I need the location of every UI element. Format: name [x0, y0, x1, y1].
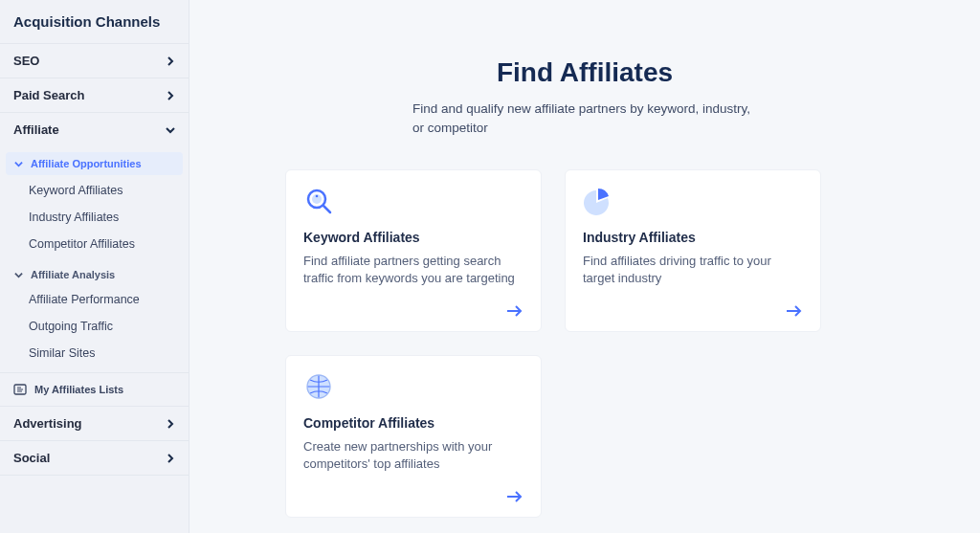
- subnav-link-industry-affiliates[interactable]: Industry Affiliates: [0, 204, 189, 231]
- card-desc: Create new partnerships with your compet…: [303, 438, 523, 480]
- chevron-down-icon: [13, 271, 23, 279]
- arrow-right-icon: [506, 304, 523, 318]
- sidebar-item-label: SEO: [13, 54, 39, 68]
- subnav-label: Affiliate Opportunities: [31, 158, 142, 169]
- chevron-down-icon: [13, 160, 23, 168]
- main-content: Find Affiliates Find and qualify new aff…: [189, 0, 980, 533]
- sidebar-item-label: Advertising: [13, 416, 82, 431]
- sidebar-item-social[interactable]: Social: [0, 440, 189, 476]
- card-title: Industry Affiliates: [583, 230, 803, 245]
- subnav-link-outgoing-traffic[interactable]: Outgoing Traffic: [0, 313, 189, 340]
- affiliate-subnav: Affiliate Opportunities Keyword Affiliat…: [0, 146, 189, 372]
- list-icon: [13, 383, 27, 396]
- sidebar-item-affiliate[interactable]: Affiliate: [0, 112, 189, 146]
- page-header: Find Affiliates Find and qualify new aff…: [336, 57, 834, 137]
- arrow-right-icon: [506, 490, 523, 503]
- card-keyword-affiliates[interactable]: Keyword Affiliates Find affiliate partne…: [285, 169, 542, 332]
- sidebar-item-label: My Affiliates Lists: [34, 384, 123, 395]
- magnify-icon: [303, 186, 334, 216]
- page-title: Find Affiliates: [336, 57, 834, 88]
- subnav-affiliate-opportunities[interactable]: Affiliate Opportunities: [6, 152, 183, 175]
- cards-grid: Keyword Affiliates Find affiliate partne…: [285, 169, 821, 518]
- svg-line-4: [323, 206, 330, 212]
- svg-point-3: [316, 195, 319, 198]
- sidebar-item-advertising[interactable]: Advertising: [0, 406, 189, 440]
- chevron-right-icon: [166, 419, 175, 429]
- sidebar-title: Acquisition Channels: [0, 10, 189, 43]
- subnav-label: Affiliate Analysis: [31, 269, 115, 280]
- card-title: Competitor Affiliates: [303, 415, 523, 431]
- card-competitor-affiliates[interactable]: Competitor Affiliates Create new partner…: [285, 355, 542, 518]
- chevron-right-icon: [166, 56, 175, 66]
- page-subtitle: Find and qualify new affiliate partners …: [412, 100, 757, 137]
- subnav-affiliate-analysis[interactable]: Affiliate Analysis: [0, 263, 189, 286]
- card-desc: Find affiliates driving traffic to your …: [583, 253, 803, 295]
- sidebar-item-label: Paid Search: [13, 88, 84, 102]
- subnav-link-competitor-affiliates[interactable]: Competitor Affiliates: [0, 231, 189, 257]
- subnav-link-affiliate-performance[interactable]: Affiliate Performance: [0, 286, 189, 313]
- sidebar-item-my-affiliates-lists[interactable]: My Affiliates Lists: [0, 372, 189, 406]
- globe-icon: [303, 371, 334, 402]
- chevron-down-icon: [166, 125, 175, 135]
- sidebar: Acquisition Channels SEO Paid Search Aff…: [0, 0, 189, 533]
- chevron-right-icon: [166, 454, 175, 463]
- sidebar-item-label: Affiliate: [13, 122, 59, 137]
- pie-icon: [583, 186, 613, 216]
- card-title: Keyword Affiliates: [303, 230, 523, 245]
- sidebar-item-paid-search[interactable]: Paid Search: [0, 78, 189, 112]
- subnav-link-keyword-affiliates[interactable]: Keyword Affiliates: [0, 177, 189, 204]
- card-desc: Find affiliate partners getting search t…: [303, 253, 523, 295]
- arrow-right-icon: [786, 304, 803, 318]
- chevron-right-icon: [166, 91, 175, 100]
- card-industry-affiliates[interactable]: Industry Affiliates Find affiliates driv…: [565, 169, 821, 332]
- sidebar-item-seo[interactable]: SEO: [0, 43, 189, 78]
- sidebar-item-label: Social: [13, 451, 50, 465]
- subnav-link-similar-sites[interactable]: Similar Sites: [0, 340, 189, 366]
